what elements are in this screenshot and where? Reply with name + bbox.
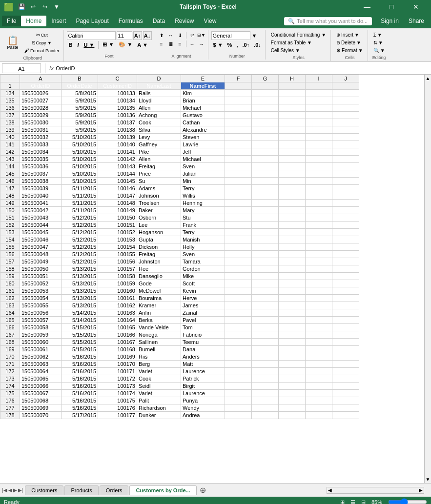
cell-namelast[interactable]: Hee [137,265,181,273]
cell-j[interactable] [332,353,359,361]
cell-namelast[interactable]: Cook [137,375,181,383]
cell-j[interactable] [332,200,359,207]
cell-i[interactable] [306,148,332,156]
cell-i[interactable] [306,222,332,229]
cell-namefirst[interactable]: Mary [181,207,225,214]
header-customerid[interactable]: CustomerID [98,82,137,90]
cell-namefirst[interactable]: Cathan [181,119,225,126]
cell-orderdate[interactable]: 5/15/2015 [62,331,98,339]
cell-orderdate[interactable]: 5/15/2015 [62,324,98,331]
cell-f[interactable] [225,236,252,243]
menu-data[interactable]: Data [148,16,170,26]
cell-h[interactable] [279,346,306,353]
cell-h[interactable] [279,214,306,222]
header-f[interactable] [225,82,252,90]
cell-namelast[interactable]: Varlet [137,390,181,397]
header-namelast[interactable]: NameLast [137,82,181,90]
cell-orderdate[interactable]: 5/16/2015 [62,375,98,383]
cell-i[interactable] [306,368,332,375]
cell-i[interactable] [306,243,332,251]
cell-g[interactable] [252,383,279,390]
cell-namelast[interactable]: Arifin [137,309,181,317]
cell-i[interactable] [306,229,332,236]
cell-j[interactable] [332,185,359,192]
cell-j[interactable] [332,309,359,317]
cell-customerid[interactable]: 100171 [98,368,137,375]
cell-f[interactable] [225,178,252,185]
cell-namefirst[interactable]: Tom [181,324,225,331]
cell-namefirst[interactable]: Alexandre [181,126,225,134]
decrease-indent-button[interactable]: ← [188,40,197,48]
col-header-a[interactable]: A [20,75,62,82]
cell-i[interactable] [306,265,332,273]
cell-orderdate[interactable]: 5/11/2015 [62,200,98,207]
cell-orderid[interactable]: 150500050 [20,265,62,273]
align-center-button[interactable]: ≣ [166,40,175,48]
cell-namelast[interactable]: Vande Velde [137,324,181,331]
format-as-table-button[interactable]: Format as Table ▼ [268,39,328,46]
cell-j[interactable] [332,258,359,265]
cell-h[interactable] [279,383,306,390]
cell-namefirst[interactable]: Patrick [181,375,225,383]
cell-namefirst[interactable]: Julian [181,170,225,178]
cell-namelast[interactable]: Richardson [137,404,181,412]
cell-orderdate[interactable]: 5/12/2015 [62,236,98,243]
cell-h[interactable] [279,295,306,302]
cell-customerid[interactable]: 100137 [98,119,137,126]
cell-g[interactable] [252,302,279,309]
cell-i[interactable] [306,390,332,397]
cell-orderid[interactable]: 150500029 [20,112,62,119]
cell-j[interactable] [332,251,359,258]
cell-g[interactable] [252,141,279,148]
cell-i[interactable] [306,339,332,346]
cell-j[interactable] [332,375,359,383]
cell-h[interactable] [279,104,306,112]
cell-h[interactable] [279,390,306,397]
cell-f[interactable] [225,251,252,258]
cell-i[interactable] [306,112,332,119]
search-bar[interactable]: 🔍 Tell me what you want to do... [284,17,372,25]
col-header-f[interactable]: F [225,75,252,82]
cell-g[interactable] [252,170,279,178]
cell-g[interactable] [252,97,279,104]
cell-f[interactable] [225,317,252,324]
cell-namefirst[interactable]: Steven [181,134,225,141]
cell-orderid[interactable]: 150500047 [20,243,62,251]
cell-namelast[interactable]: Noriega [137,331,181,339]
cell-customerid[interactable]: 100139 [98,134,137,141]
header-g[interactable] [252,82,279,90]
cell-customerid[interactable]: 100140 [98,141,137,148]
cell-orderdate[interactable]: 5/12/2015 [62,251,98,258]
cell-f[interactable] [225,90,252,97]
cell-namelast[interactable]: Palit [137,397,181,404]
undo-button[interactable]: ↩ [29,3,37,11]
cell-namefirst[interactable]: Brian [181,97,225,104]
cell-namefirst[interactable]: Zainal [181,309,225,317]
cell-namelast[interactable]: Burnell [137,346,181,353]
cell-orderdate[interactable]: 5/12/2015 [62,229,98,236]
cell-j[interactable] [332,112,359,119]
cell-h[interactable] [279,309,306,317]
cell-h[interactable] [279,339,306,346]
cell-f[interactable] [225,119,252,126]
cell-orderid[interactable]: 150500058 [20,324,62,331]
cell-customerid[interactable]: 100176 [98,404,137,412]
cell-namefirst[interactable]: Punya [181,397,225,404]
cell-orderdate[interactable]: 5/13/2015 [62,265,98,273]
cell-namelast[interactable]: Bouraima [137,295,181,302]
cell-f[interactable] [225,243,252,251]
cell-orderdate[interactable]: 5/10/2015 [62,148,98,156]
cell-i[interactable] [306,309,332,317]
col-header-h[interactable]: H [279,75,306,82]
cell-orderid[interactable]: 150500042 [20,207,62,214]
tab-nav-first[interactable]: |◀ [2,487,7,493]
cell-namelast[interactable]: Lee [137,222,181,229]
cell-h[interactable] [279,361,306,368]
cell-namefirst[interactable]: Laurence [181,390,225,397]
cell-f[interactable] [225,207,252,214]
cell-j[interactable] [332,192,359,200]
cell-f[interactable] [225,368,252,375]
cell-namefirst[interactable]: Min [181,178,225,185]
cell-orderdate[interactable]: 5/12/2015 [62,243,98,251]
delete-cells-button[interactable]: ⊖Delete▼ [334,39,366,46]
